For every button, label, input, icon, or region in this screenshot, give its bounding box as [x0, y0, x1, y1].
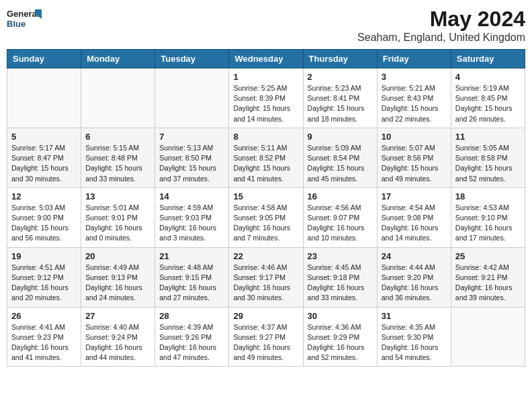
- calendar-cell: 15Sunrise: 4:58 AM Sunset: 9:05 PM Dayli…: [229, 187, 303, 247]
- calendar-cell: 8Sunrise: 5:11 AM Sunset: 8:52 PM Daylig…: [229, 128, 303, 187]
- day-info: Sunrise: 5:21 AM Sunset: 8:43 PM Dayligh…: [382, 83, 447, 124]
- calendar-header-saturday: Saturday: [451, 50, 525, 68]
- day-info: Sunrise: 4:51 AM Sunset: 9:12 PM Dayligh…: [11, 263, 77, 304]
- day-number: 13: [85, 191, 150, 201]
- day-info: Sunrise: 4:48 AM Sunset: 9:15 PM Dayligh…: [159, 263, 224, 304]
- day-info: Sunrise: 5:13 AM Sunset: 8:50 PM Dayligh…: [159, 143, 224, 184]
- calendar-cell: 11Sunrise: 5:05 AM Sunset: 8:58 PM Dayli…: [451, 128, 525, 187]
- calendar-cell: 22Sunrise: 4:46 AM Sunset: 9:17 PM Dayli…: [229, 247, 303, 307]
- day-info: Sunrise: 5:11 AM Sunset: 8:52 PM Dayligh…: [233, 143, 298, 184]
- calendar-cell: 24Sunrise: 4:44 AM Sunset: 9:20 PM Dayli…: [377, 247, 451, 307]
- calendar-cell: 12Sunrise: 5:03 AM Sunset: 9:00 PM Dayli…: [7, 187, 81, 247]
- calendar-cell: [81, 68, 155, 128]
- main-title: May 2024: [357, 7, 525, 32]
- day-info: Sunrise: 4:58 AM Sunset: 9:05 PM Dayligh…: [233, 203, 298, 244]
- title-area: May 2024 Seaham, England, United Kingdom: [357, 7, 525, 44]
- day-info: Sunrise: 4:45 AM Sunset: 9:18 PM Dayligh…: [308, 263, 373, 304]
- calendar-cell: [155, 68, 229, 128]
- day-info: Sunrise: 4:40 AM Sunset: 9:24 PM Dayligh…: [85, 322, 150, 363]
- day-number: 16: [308, 191, 373, 201]
- day-number: 19: [11, 251, 77, 261]
- calendar-header-row: SundayMondayTuesdayWednesdayThursdayFrid…: [7, 50, 525, 68]
- calendar-cell: 20Sunrise: 4:49 AM Sunset: 9:13 PM Dayli…: [81, 247, 155, 307]
- calendar-cell: 29Sunrise: 4:37 AM Sunset: 9:27 PM Dayli…: [229, 307, 303, 367]
- calendar-cell: 4Sunrise: 5:19 AM Sunset: 8:45 PM Daylig…: [451, 68, 525, 128]
- day-info: Sunrise: 4:42 AM Sunset: 9:21 PM Dayligh…: [455, 263, 521, 304]
- day-info: Sunrise: 5:09 AM Sunset: 8:54 PM Dayligh…: [308, 143, 373, 184]
- calendar-week-3: 12Sunrise: 5:03 AM Sunset: 9:00 PM Dayli…: [7, 187, 525, 247]
- calendar-cell: 13Sunrise: 5:01 AM Sunset: 9:01 PM Dayli…: [81, 187, 155, 247]
- svg-text:General: General: [7, 9, 39, 19]
- day-number: 18: [455, 191, 521, 201]
- calendar-cell: 5Sunrise: 5:17 AM Sunset: 8:47 PM Daylig…: [7, 128, 81, 187]
- calendar-cell: 27Sunrise: 4:40 AM Sunset: 9:24 PM Dayli…: [81, 307, 155, 367]
- day-number: 9: [308, 132, 373, 142]
- logo-svg: GeneralBlue: [7, 7, 44, 31]
- day-number: 17: [382, 191, 447, 201]
- calendar-cell: 23Sunrise: 4:45 AM Sunset: 9:18 PM Dayli…: [303, 247, 377, 307]
- calendar-header-tuesday: Tuesday: [155, 50, 229, 68]
- day-info: Sunrise: 5:07 AM Sunset: 8:56 PM Dayligh…: [382, 143, 447, 184]
- day-info: Sunrise: 4:49 AM Sunset: 9:13 PM Dayligh…: [85, 263, 150, 304]
- day-info: Sunrise: 4:53 AM Sunset: 9:10 PM Dayligh…: [455, 203, 521, 244]
- day-info: Sunrise: 5:01 AM Sunset: 9:01 PM Dayligh…: [85, 203, 150, 244]
- day-number: 30: [308, 311, 373, 321]
- calendar-cell: [7, 68, 81, 128]
- day-number: 3: [382, 72, 447, 82]
- calendar-week-2: 5Sunrise: 5:17 AM Sunset: 8:47 PM Daylig…: [7, 128, 525, 187]
- day-number: 10: [382, 132, 447, 142]
- calendar-cell: 21Sunrise: 4:48 AM Sunset: 9:15 PM Dayli…: [155, 247, 229, 307]
- day-info: Sunrise: 4:39 AM Sunset: 9:26 PM Dayligh…: [159, 322, 224, 363]
- calendar-cell: 30Sunrise: 4:36 AM Sunset: 9:29 PM Dayli…: [303, 307, 377, 367]
- calendar-cell: 14Sunrise: 4:59 AM Sunset: 9:03 PM Dayli…: [155, 187, 229, 247]
- day-info: Sunrise: 4:37 AM Sunset: 9:27 PM Dayligh…: [233, 322, 298, 363]
- day-number: 28: [159, 311, 224, 321]
- day-number: 29: [233, 311, 298, 321]
- day-info: Sunrise: 4:46 AM Sunset: 9:17 PM Dayligh…: [233, 263, 298, 304]
- calendar-cell: [451, 307, 525, 367]
- calendar-cell: 25Sunrise: 4:42 AM Sunset: 9:21 PM Dayli…: [451, 247, 525, 307]
- calendar-cell: 2Sunrise: 5:23 AM Sunset: 8:41 PM Daylig…: [303, 68, 377, 128]
- day-number: 26: [11, 311, 77, 321]
- calendar-cell: 3Sunrise: 5:21 AM Sunset: 8:43 PM Daylig…: [377, 68, 451, 128]
- calendar-cell: 7Sunrise: 5:13 AM Sunset: 8:50 PM Daylig…: [155, 128, 229, 187]
- day-info: Sunrise: 4:54 AM Sunset: 9:08 PM Dayligh…: [382, 203, 447, 244]
- day-info: Sunrise: 5:23 AM Sunset: 8:41 PM Dayligh…: [308, 83, 373, 124]
- day-info: Sunrise: 4:36 AM Sunset: 9:29 PM Dayligh…: [308, 322, 373, 363]
- day-info: Sunrise: 5:03 AM Sunset: 9:00 PM Dayligh…: [11, 203, 77, 244]
- day-number: 1: [233, 72, 298, 82]
- day-info: Sunrise: 4:44 AM Sunset: 9:20 PM Dayligh…: [382, 263, 447, 304]
- day-number: 27: [85, 311, 150, 321]
- calendar-cell: 9Sunrise: 5:09 AM Sunset: 8:54 PM Daylig…: [303, 128, 377, 187]
- calendar-cell: 10Sunrise: 5:07 AM Sunset: 8:56 PM Dayli…: [377, 128, 451, 187]
- calendar-cell: 16Sunrise: 4:56 AM Sunset: 9:07 PM Dayli…: [303, 187, 377, 247]
- calendar-cell: 18Sunrise: 4:53 AM Sunset: 9:10 PM Dayli…: [451, 187, 525, 247]
- day-info: Sunrise: 4:35 AM Sunset: 9:30 PM Dayligh…: [382, 322, 447, 363]
- day-info: Sunrise: 5:05 AM Sunset: 8:58 PM Dayligh…: [455, 143, 521, 184]
- day-info: Sunrise: 4:56 AM Sunset: 9:07 PM Dayligh…: [308, 203, 373, 244]
- day-number: 4: [455, 72, 521, 82]
- day-number: 22: [233, 251, 298, 261]
- day-number: 7: [159, 132, 224, 142]
- calendar-cell: 19Sunrise: 4:51 AM Sunset: 9:12 PM Dayli…: [7, 247, 81, 307]
- calendar-cell: 6Sunrise: 5:15 AM Sunset: 8:48 PM Daylig…: [81, 128, 155, 187]
- day-number: 8: [233, 132, 298, 142]
- day-number: 12: [11, 191, 77, 201]
- calendar-header-sunday: Sunday: [7, 50, 81, 68]
- day-number: 23: [308, 251, 373, 261]
- calendar-table: SundayMondayTuesdayWednesdayThursdayFrid…: [7, 49, 525, 367]
- calendar-header-monday: Monday: [81, 50, 155, 68]
- day-info: Sunrise: 5:17 AM Sunset: 8:47 PM Dayligh…: [11, 143, 77, 184]
- day-info: Sunrise: 5:25 AM Sunset: 8:39 PM Dayligh…: [233, 83, 298, 124]
- day-number: 5: [11, 132, 77, 142]
- day-number: 21: [159, 251, 224, 261]
- calendar-cell: 17Sunrise: 4:54 AM Sunset: 9:08 PM Dayli…: [377, 187, 451, 247]
- day-number: 2: [308, 72, 373, 82]
- calendar-cell: 28Sunrise: 4:39 AM Sunset: 9:26 PM Dayli…: [155, 307, 229, 367]
- calendar-header-friday: Friday: [377, 50, 451, 68]
- day-number: 6: [85, 132, 150, 142]
- day-info: Sunrise: 5:15 AM Sunset: 8:48 PM Dayligh…: [85, 143, 150, 184]
- logo: GeneralBlue: [7, 7, 44, 31]
- day-number: 11: [455, 132, 521, 142]
- calendar-week-4: 19Sunrise: 4:51 AM Sunset: 9:12 PM Dayli…: [7, 247, 525, 307]
